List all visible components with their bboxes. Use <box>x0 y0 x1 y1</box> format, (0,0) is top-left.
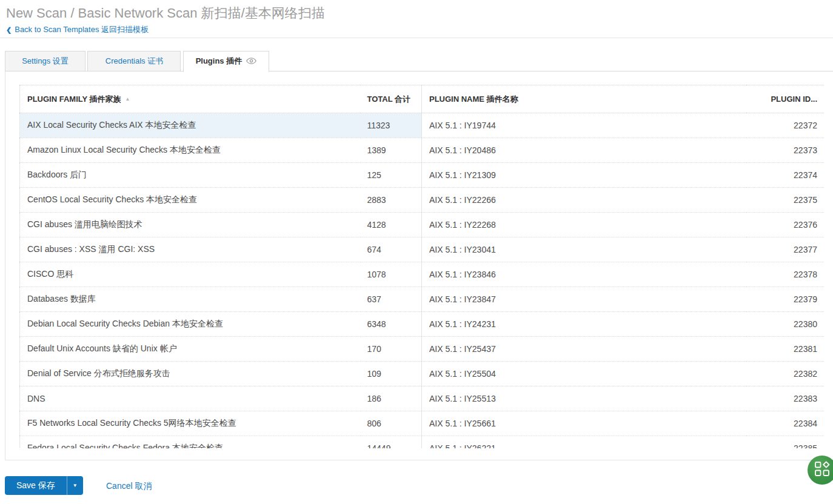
tab-bar: Settings 设置 Credentials 证书 Plugins 插件 <box>5 51 833 71</box>
table-row[interactable]: F5 Networks Local Security Checks 5网络本地安… <box>20 411 825 436</box>
tab-settings-label: Settings 设置 <box>22 56 69 65</box>
family-cell[interactable]: Fedora Local Security Checks Fedora 本地安全… <box>20 436 360 449</box>
family-cell[interactable]: CISCO 思科 <box>20 262 360 287</box>
table-row[interactable]: CISCO 思科1078AIX 5.1 : IY2384622378 <box>20 262 825 287</box>
plugin-name-cell[interactable]: AIX 5.1 : IY23846 <box>422 262 746 287</box>
table-row[interactable]: Denial of Service 分布式拒绝服务攻击109AIX 5.1 : … <box>20 362 825 386</box>
save-dropdown-button[interactable]: ▼ <box>67 476 83 495</box>
table-row[interactable]: AIX Local Security Checks AIX 本地安全检查1132… <box>20 113 825 138</box>
save-split-button: Save 保存 ▼ <box>5 476 83 495</box>
family-cell[interactable]: Default Unix Accounts 缺省的 Unix 帐户 <box>20 337 360 362</box>
family-cell[interactable]: Denial of Service 分布式拒绝服务攻击 <box>20 362 360 386</box>
column-header-plugin-name-label: PLUGIN NAME 插件名称 <box>429 94 518 104</box>
table-row[interactable]: Fedora Local Security Checks Fedora 本地安全… <box>20 436 825 449</box>
plugin-id-cell[interactable]: 22375 <box>746 188 825 213</box>
table-row[interactable]: CGI abuses : XSS 滥用 CGI: XSS674AIX 5.1 :… <box>20 237 825 262</box>
column-header-plugin-id-label: PLUGIN ID... <box>771 94 817 104</box>
column-header-total-label: TOTAL 合计 <box>367 94 411 104</box>
table-row[interactable]: Amazon Linux Local Security Checks 本地安全检… <box>20 138 825 163</box>
plugin-name-cell[interactable]: AIX 5.1 : IY23041 <box>422 237 746 262</box>
total-cell[interactable]: 1389 <box>360 138 422 163</box>
total-cell[interactable]: 806 <box>360 411 422 436</box>
plugin-id-cell[interactable]: 22376 <box>746 213 825 237</box>
tab-credentials-label: Credentials 证书 <box>105 56 163 65</box>
plugin-id-cell[interactable]: 22379 <box>746 287 825 312</box>
family-cell[interactable]: DNS <box>20 386 360 411</box>
family-cell[interactable]: CentOS Local Security Checks 本地安全检查 <box>20 188 360 213</box>
cancel-link[interactable]: Cancel 取消 <box>106 481 152 492</box>
tab-plugins-label: Plugins 插件 <box>196 56 243 65</box>
plugins-panel: PLUGIN FAMILY 插件家族▲ TOTAL 合计 PLUGIN NAME… <box>5 71 833 460</box>
family-cell[interactable]: Debian Local Security Checks Debian 本地安全… <box>20 312 360 337</box>
total-cell[interactable]: 11323 <box>360 113 422 138</box>
plugin-name-cell[interactable]: AIX 5.1 : IY25437 <box>422 337 746 362</box>
total-cell[interactable]: 125 <box>360 163 422 188</box>
plugin-id-cell[interactable]: 22378 <box>746 262 825 287</box>
total-cell[interactable]: 2883 <box>360 188 422 213</box>
table-row[interactable]: Default Unix Accounts 缺省的 Unix 帐户170AIX … <box>20 337 825 362</box>
plugin-id-cell[interactable]: 22373 <box>746 138 825 163</box>
plugin-id-cell[interactable]: 22382 <box>746 362 825 386</box>
total-cell[interactable]: 1078 <box>360 262 422 287</box>
column-header-plugin-family[interactable]: PLUGIN FAMILY 插件家族▲ <box>20 85 360 113</box>
widgets-icon <box>814 461 830 479</box>
plugin-name-cell[interactable]: AIX 5.1 : IY22266 <box>422 188 746 213</box>
plugin-id-cell[interactable]: 22377 <box>746 237 825 262</box>
total-cell[interactable]: 6348 <box>360 312 422 337</box>
table-row[interactable]: DNS186AIX 5.1 : IY2551322383 <box>20 386 825 411</box>
header-divider <box>0 38 833 38</box>
plugins-table: PLUGIN FAMILY 插件家族▲ TOTAL 合计 PLUGIN NAME… <box>19 85 825 448</box>
plugin-name-cell[interactable]: AIX 5.1 : IY25661 <box>422 411 746 436</box>
tab-plugins[interactable]: Plugins 插件 <box>183 51 269 72</box>
plugin-id-cell[interactable]: 22383 <box>746 386 825 411</box>
plugin-id-cell[interactable]: 22372 <box>746 113 825 138</box>
column-header-plugin-name[interactable]: PLUGIN NAME 插件名称 <box>422 85 746 113</box>
total-cell[interactable]: 674 <box>360 237 422 262</box>
page-title: New Scan / Basic Network Scan 新扫描/基本网络扫描 <box>6 5 325 22</box>
column-header-plugin-id[interactable]: PLUGIN ID... <box>746 85 825 113</box>
total-cell[interactable]: 186 <box>360 386 422 411</box>
plugin-id-cell[interactable]: 22384 <box>746 411 825 436</box>
tab-settings[interactable]: Settings 设置 <box>5 51 85 71</box>
plugin-name-cell[interactable]: AIX 5.1 : IY23847 <box>422 287 746 312</box>
plugin-id-cell[interactable]: 22385 <box>746 436 825 449</box>
plugin-name-cell[interactable]: AIX 5.1 : IY19744 <box>422 113 746 138</box>
plugin-name-cell[interactable]: AIX 5.1 : IY25504 <box>422 362 746 386</box>
plugin-name-cell[interactable]: AIX 5.1 : IY26221 <box>422 436 746 449</box>
family-cell[interactable]: Amazon Linux Local Security Checks 本地安全检… <box>20 138 360 163</box>
table-row[interactable]: Backdoors 后门125AIX 5.1 : IY2130922374 <box>20 163 825 188</box>
sort-ascending-icon: ▲ <box>125 96 130 102</box>
plugin-name-cell[interactable]: AIX 5.1 : IY24231 <box>422 312 746 337</box>
total-cell[interactable]: 170 <box>360 337 422 362</box>
table-header-row: PLUGIN FAMILY 插件家族▲ TOTAL 合计 PLUGIN NAME… <box>20 85 825 113</box>
table-row[interactable]: Debian Local Security Checks Debian 本地安全… <box>20 312 825 337</box>
column-header-plugin-family-label: PLUGIN FAMILY 插件家族 <box>27 94 121 104</box>
eye-icon <box>246 57 256 66</box>
table-row[interactable]: CentOS Local Security Checks 本地安全检查2883A… <box>20 188 825 213</box>
tab-credentials[interactable]: Credentials 证书 <box>87 51 181 71</box>
total-cell[interactable]: 109 <box>360 362 422 386</box>
family-cell[interactable]: AIX Local Security Checks AIX 本地安全检查 <box>20 113 360 138</box>
plugin-name-cell[interactable]: AIX 5.1 : IY21309 <box>422 163 746 188</box>
plugin-name-cell[interactable]: AIX 5.1 : IY20486 <box>422 138 746 163</box>
total-cell[interactable]: 4128 <box>360 213 422 237</box>
widgets-fab-button[interactable] <box>808 456 833 485</box>
plugin-id-cell[interactable]: 22381 <box>746 337 825 362</box>
plugin-name-cell[interactable]: AIX 5.1 : IY25513 <box>422 386 746 411</box>
family-cell[interactable]: CGI abuses 滥用电脑绘图技术 <box>20 213 360 237</box>
family-cell[interactable]: Databases 数据库 <box>20 287 360 312</box>
back-link[interactable]: ❮Back to Scan Templates 返回扫描模板 <box>6 24 149 35</box>
plugin-name-cell[interactable]: AIX 5.1 : IY22268 <box>422 213 746 237</box>
table-row[interactable]: Databases 数据库637AIX 5.1 : IY2384722379 <box>20 287 825 312</box>
family-cell[interactable]: CGI abuses : XSS 滥用 CGI: XSS <box>20 237 360 262</box>
family-cell[interactable]: F5 Networks Local Security Checks 5网络本地安… <box>20 411 360 436</box>
plugin-id-cell[interactable]: 22380 <box>746 312 825 337</box>
chevron-left-icon: ❮ <box>6 26 12 33</box>
column-header-total[interactable]: TOTAL 合计 <box>360 85 422 113</box>
save-button[interactable]: Save 保存 <box>5 476 67 495</box>
total-cell[interactable]: 637 <box>360 287 422 312</box>
family-cell[interactable]: Backdoors 后门 <box>20 163 360 188</box>
plugin-id-cell[interactable]: 22374 <box>746 163 825 188</box>
total-cell[interactable]: 14449 <box>360 436 422 449</box>
table-row[interactable]: CGI abuses 滥用电脑绘图技术4128AIX 5.1 : IY22268… <box>20 213 825 237</box>
